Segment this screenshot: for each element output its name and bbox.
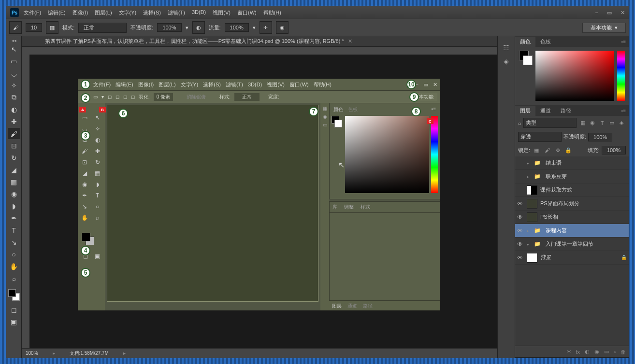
flow-arrow-icon[interactable]: ▾ <box>253 25 256 31</box>
pressure-opacity-icon[interactable]: ◐ <box>192 21 205 34</box>
airbrush-icon[interactable]: ✈ <box>260 21 272 34</box>
crop-tool[interactable]: ⧉ <box>8 92 20 103</box>
adj-icon[interactable]: ◉ <box>594 349 599 355</box>
lasso-tool[interactable]: ◡ <box>8 68 20 79</box>
hue-slider[interactable] <box>617 51 625 101</box>
menu-layer[interactable]: 图层(L) <box>95 9 112 16</box>
bg-color[interactable] <box>523 56 533 65</box>
brush-size[interactable]: 10 <box>26 23 42 32</box>
document-tab[interactable]: 第四节课件 了解PS界面布局，认识菜单栏，工具栏，属性栏，功能区——PS零基础入… <box>45 38 344 45</box>
menu-3d[interactable]: 3D(D) <box>192 9 206 16</box>
flow-field[interactable]: 100% <box>225 23 249 32</box>
menu-window[interactable]: 窗口(W) <box>237 9 257 16</box>
menu-file[interactable]: 文件(F) <box>24 9 41 16</box>
tab-close-icon[interactable]: ✕ <box>348 38 352 44</box>
maximize-icon[interactable]: ▭ <box>607 10 612 16</box>
hand-tool[interactable]: ✋ <box>8 261 20 272</box>
color-field[interactable] <box>535 51 614 101</box>
menu-filter[interactable]: 滤镜(T) <box>168 9 185 16</box>
mask-icon[interactable]: ◐ <box>585 349 590 355</box>
zoom-tool[interactable]: ⌕ <box>8 273 20 284</box>
visibility-icon[interactable]: 👁 <box>517 227 524 234</box>
eyedropper-tool[interactable]: ◐ <box>8 104 20 115</box>
layer-row[interactable]: 👁 PS界面布局划分 <box>515 197 629 210</box>
badge-10: 10 <box>406 80 416 89</box>
group-icon[interactable]: ▭ <box>604 349 609 355</box>
blur-tool[interactable]: ◉ <box>8 188 20 199</box>
workspace-selector[interactable]: 基本功能▾ <box>582 23 626 33</box>
channels-tab[interactable]: 通道 <box>535 106 556 116</box>
history-brush-tool[interactable]: ↻ <box>8 152 20 163</box>
blend-mode[interactable]: 穿透 <box>518 132 562 142</box>
color-tab[interactable]: 颜色 <box>515 37 535 47</box>
menu-image[interactable]: 图像(I) <box>72 9 88 16</box>
stamp-tool[interactable]: ⊡ <box>8 140 20 151</box>
layers-tab[interactable]: 图层 <box>515 106 535 116</box>
gradient-tool[interactable]: ▦ <box>8 176 20 187</box>
visibility-icon[interactable]: 👁 <box>517 254 524 261</box>
opacity-field[interactable]: 100% <box>157 23 181 32</box>
opacity-arrow-icon[interactable]: ▾ <box>186 25 188 31</box>
layer-opacity[interactable]: 100% <box>588 133 612 141</box>
history-icon[interactable]: ☷ <box>500 42 513 54</box>
filter-text-icon[interactable]: T <box>598 119 606 127</box>
minimize-icon[interactable]: − <box>595 10 598 16</box>
properties-icon[interactable]: ◈ <box>500 56 513 67</box>
layer-row[interactable]: 👁 ▸ 📁 课程内容 <box>515 224 629 238</box>
zoom-level[interactable]: 100% <box>26 350 38 356</box>
fg-color-swatch[interactable] <box>8 289 16 297</box>
dodge-tool[interactable]: ◗ <box>8 200 20 211</box>
lock-all-icon[interactable]: 🔒 <box>564 146 573 154</box>
marquee-tool[interactable]: ▭ <box>8 56 20 67</box>
menu-select[interactable]: 选择(S) <box>143 9 161 16</box>
screen-mode-icon[interactable]: ▣ <box>8 316 20 327</box>
color-swatches[interactable] <box>6 288 21 304</box>
filter-shape-icon[interactable]: ▭ <box>607 119 616 127</box>
layers-menu-icon[interactable]: ▪≡ <box>619 108 629 113</box>
quick-mask-icon[interactable]: ◻ <box>8 304 20 315</box>
fx-icon[interactable]: fx <box>576 349 580 355</box>
type-tool[interactable]: T <box>8 224 20 236</box>
filter-select[interactable]: 类型 <box>523 118 577 128</box>
lock-brush-icon[interactable]: 🖌 <box>543 146 551 154</box>
pressure-size-icon[interactable]: ◉ <box>276 21 289 34</box>
paths-tab[interactable]: 路径 <box>556 106 576 116</box>
blend-mode-select[interactable]: 正常 <box>78 23 127 33</box>
swatches-tab[interactable]: 色板 <box>535 37 556 47</box>
brush-tool[interactable]: 🖌 <box>8 128 20 139</box>
layer-row[interactable]: ▸ 📁 结束语 <box>515 156 629 170</box>
path-select-tool[interactable]: ↘ <box>8 237 20 248</box>
visibility-icon[interactable]: 👁 <box>517 200 524 207</box>
layer-row[interactable]: 👁 ▸ 📁 入门课第一章第四节 <box>515 238 629 251</box>
brush-tool-icon[interactable]: 🖌 <box>9 21 22 34</box>
filter-smart-icon[interactable]: ◈ <box>617 119 626 127</box>
eraser-tool[interactable]: ◢ <box>8 164 20 175</box>
filter-adj-icon[interactable]: ◉ <box>588 119 597 127</box>
menu-help[interactable]: 帮助(H) <box>263 9 281 16</box>
fill-field[interactable]: 100% <box>602 146 626 154</box>
move-tool[interactable]: ↖ <box>8 43 20 55</box>
layer-row[interactable]: 课件获取方式 <box>515 183 629 197</box>
canvas[interactable]: 1 2 3 4 5 6 7 8 9 10 A B C <box>29 55 497 348</box>
new-layer-icon[interactable]: ▫ <box>614 349 616 355</box>
visibility-icon[interactable]: 👁 <box>517 241 524 248</box>
pen-tool[interactable]: ✒ <box>8 212 20 224</box>
lock-move-icon[interactable]: ✥ <box>553 146 562 154</box>
close-icon[interactable]: ✕ <box>621 10 625 16</box>
layer-row[interactable]: 👁 背景 🔒 <box>515 251 629 265</box>
healing-tool[interactable]: ✚ <box>8 116 20 127</box>
layer-row[interactable]: ▸ 📁 联系豆芽 <box>515 170 629 183</box>
magic-wand-tool[interactable]: ✧ <box>8 80 20 91</box>
menu-edit[interactable]: 编辑(E) <box>48 9 66 16</box>
layer-row[interactable]: 👁 PS长相 <box>515 210 629 224</box>
visibility-icon[interactable]: 👁 <box>517 214 524 221</box>
trash-icon[interactable]: 🗑 <box>621 349 626 355</box>
link-icon[interactable]: ⚯ <box>567 349 571 355</box>
menu-type[interactable]: 文字(Y) <box>119 9 137 16</box>
menu-view[interactable]: 视图(V) <box>213 9 231 16</box>
lock-pixels-icon[interactable]: ▦ <box>532 146 541 154</box>
shape-tool[interactable]: ○ <box>8 249 20 260</box>
panel-menu-icon[interactable]: ▪≡ <box>619 39 629 44</box>
brush-preset-icon[interactable]: ▦ <box>46 21 58 34</box>
filter-pixel-icon[interactable]: ▦ <box>578 119 587 127</box>
